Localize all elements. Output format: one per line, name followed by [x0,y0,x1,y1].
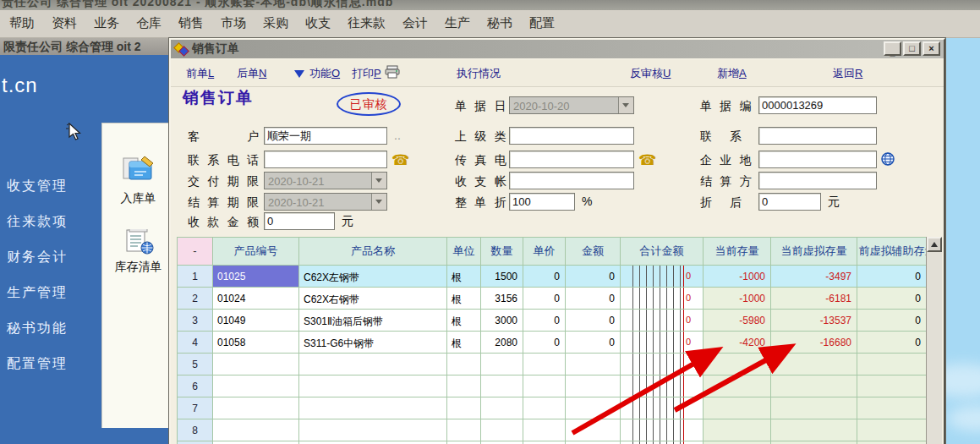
table-cell[interactable] [621,354,704,375]
table-cell[interactable]: 01049 [213,310,299,332]
field-contact[interactable] [758,127,877,145]
dropdown-arrow-icon[interactable] [618,97,633,113]
dropdown-arrow-icon[interactable] [371,173,386,189]
table-cell[interactable] [704,354,771,375]
table-cell[interactable]: -4200 [704,332,771,354]
table-cell[interactable] [566,354,621,375]
table-cell[interactable]: -13537 [771,310,857,332]
table-cell[interactable]: -6181 [771,288,857,310]
table-cell[interactable]: 根 [447,310,481,332]
field-parent_type[interactable] [509,127,634,145]
table-cell[interactable]: C62X右钢带 [299,288,447,310]
table-cell[interactable] [523,419,566,441]
field-suffix-customer[interactable]: .. [394,129,401,142]
table-cell[interactable]: C62X左钢带 [299,266,447,288]
table-cell[interactable] [771,419,857,441]
table-cell[interactable] [299,375,447,397]
table-cell[interactable] [523,354,566,375]
table-cell[interactable]: 01025 [213,266,299,288]
menu-item-业务[interactable]: 业务 [90,14,123,33]
menu-item-生产[interactable]: 生产 [441,14,474,33]
table-cell[interactable] [704,419,771,441]
table-cell[interactable] [621,397,704,419]
table-cell[interactable]: 0 [523,266,566,288]
field-settle_method[interactable] [758,172,877,189]
field-phone[interactable] [264,151,387,168]
table-cell[interactable] [704,375,771,397]
table-cell[interactable]: 0 [523,310,566,332]
table-cell[interactable] [481,354,523,375]
table-cell[interactable]: 根 [447,266,481,288]
table-cell[interactable]: 根 [447,288,481,310]
menu-item-仓库[interactable]: 仓库 [132,14,166,33]
table-cell[interactable] [771,397,857,419]
phone-icon[interactable]: ☎ [638,151,656,169]
maximize-button[interactable]: □ [903,41,921,56]
table-cell[interactable]: 0 0 [621,310,704,332]
minimize-button[interactable]: _ [884,41,901,56]
table-cell[interactable]: 3000 [481,310,523,332]
sidebar-item-秘书功能[interactable]: 秘书功能 [7,320,68,337]
table-cell[interactable] [857,397,927,419]
field-address[interactable] [758,151,877,168]
field-fax[interactable] [509,151,634,168]
menu-item-市场[interactable]: 市场 [216,14,250,33]
table-cell[interactable]: 0 [523,332,566,354]
table-cell[interactable] [857,419,927,441]
table-cell[interactable] [704,397,771,419]
table-cell[interactable] [481,397,523,419]
table-cell[interactable] [447,397,481,419]
table-cell[interactable]: S301Ⅱ油箱后钢带 [299,310,447,332]
menu-item-销售[interactable]: 销售 [174,14,208,33]
close-button[interactable]: × [923,41,940,56]
table-cell[interactable]: 0 [566,332,621,354]
table-cell[interactable]: 0 0 [621,266,704,288]
table-cell[interactable] [447,354,481,375]
table-cell[interactable]: 0 0 [621,332,704,354]
menu-item-采购[interactable]: 采购 [259,14,293,33]
table-cell[interactable] [481,375,523,397]
toolbar-功能[interactable]: 功能O [309,66,340,81]
table-cell[interactable] [566,375,621,397]
table-cell[interactable] [213,375,299,397]
field-doc_date[interactable]: 2020-10-20 [509,96,634,114]
table-cell[interactable]: 0 [523,288,566,310]
table-scrollbar[interactable] [926,237,942,444]
toolbar-新增[interactable]: 新增A [717,66,747,81]
table-cell[interactable]: 3156 [481,288,523,310]
dialog-titlebar[interactable]: 销售订单 _ □ × [171,40,944,58]
table-cell[interactable]: 0 [566,266,621,288]
table-cell[interactable] [523,375,566,397]
table-cell[interactable]: 0 0 [621,288,704,310]
toolbar-执行情况[interactable]: 执行情况 [457,66,501,81]
table-cell[interactable]: -5980 [704,310,771,332]
table-cell[interactable]: -16680 [771,332,857,354]
table-cell[interactable]: 0 [857,310,927,332]
menu-item-往来款[interactable]: 往来款 [343,14,390,33]
table-cell[interactable]: 2080 [481,332,523,354]
field-discount[interactable] [509,193,575,211]
table-cell[interactable]: 0 [857,332,927,354]
menu-item-秘书[interactable]: 秘书 [483,14,517,33]
phone-icon[interactable]: ☎ [391,151,409,169]
field-settle_date[interactable]: 2020-10-21 [264,193,387,211]
table-cell[interactable] [481,419,523,441]
table-cell[interactable] [299,397,447,419]
sidebar-item-配置管理[interactable]: 配置管理 [7,355,68,373]
table-cell[interactable] [621,419,704,441]
field-discounted_amt[interactable] [758,193,821,211]
table-cell[interactable] [213,419,299,441]
table-cell[interactable] [857,354,927,375]
menu-item-收支[interactable]: 收支 [301,14,335,33]
printer-icon[interactable] [384,65,401,81]
table-cell[interactable] [447,375,481,397]
table-cell[interactable]: -3497 [771,266,857,288]
menu-item-会计[interactable]: 会计 [398,14,432,33]
table-cell[interactable] [566,397,621,419]
menu-item-配置[interactable]: 配置 [525,14,559,33]
table-cell[interactable]: 0 [566,310,621,332]
table-cell[interactable] [299,419,447,441]
field-doc_no[interactable] [758,96,877,114]
sidebar-item-收支管理[interactable]: 收支管理 [7,178,68,195]
table-cell[interactable]: 01024 [213,288,299,310]
